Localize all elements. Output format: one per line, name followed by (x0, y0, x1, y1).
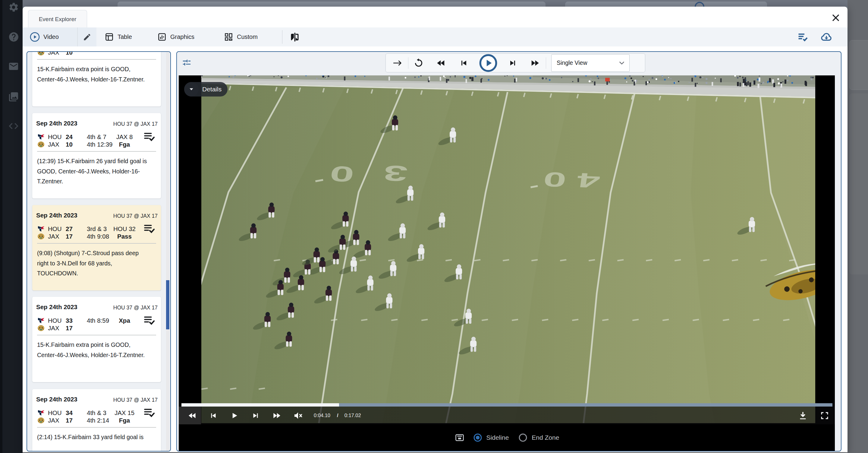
svg-text:4: 4 (575, 169, 601, 192)
svg-text:0: 0 (542, 168, 568, 191)
svg-text:0: 0 (328, 161, 355, 187)
svg-text:3: 3 (382, 161, 409, 186)
